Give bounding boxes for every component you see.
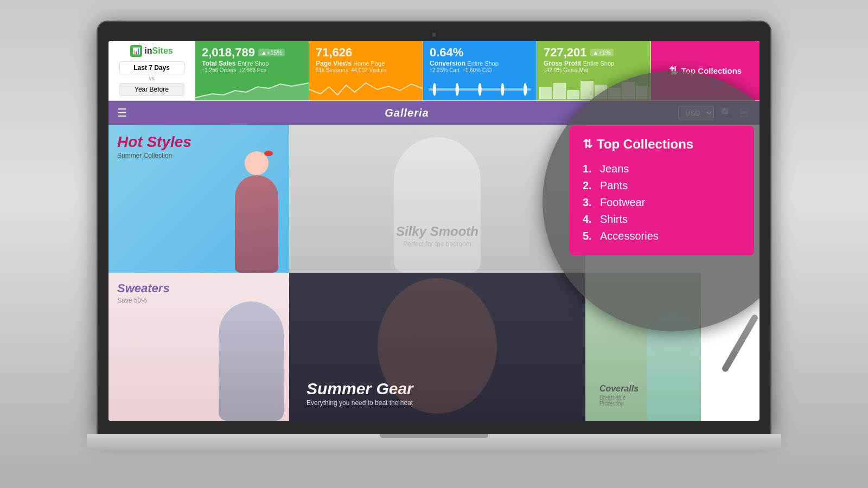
sweaters-subtitle: Save 50% <box>117 297 170 304</box>
vs-text: vs <box>149 76 155 81</box>
gross-profit-sub: ↓42.9% Gross Mar <box>544 67 644 73</box>
svg-point-1 <box>433 83 436 96</box>
page-views-card: 71,626 Page Views Home Page 51k Sessions… <box>309 41 423 100</box>
svg-point-4 <box>501 83 504 96</box>
coveralls-subtitle: BreathableProtection <box>599 395 639 407</box>
coveralls-title: Coveralls <box>599 384 639 394</box>
insites-brand-text: inSites <box>144 46 173 56</box>
total-sales-chart <box>195 79 309 100</box>
year-before-button[interactable]: Year Before <box>119 83 184 96</box>
silky-smooth-banner: Silky Smooth Perfect for the bedroom <box>289 125 585 273</box>
sweaters-text: Sweaters Save 50% <box>108 273 178 313</box>
page-views-sub: 51k Sessions 44,002 Visitors <box>316 67 416 73</box>
gross-profit-value: 727,201 <box>544 46 587 60</box>
laptop-camera <box>432 33 436 37</box>
gross-profit-label: Gross Profit Entire Shop <box>544 60 644 67</box>
list-item: 2. Pants <box>583 177 741 194</box>
top-collections-list: 1. Jeans 2. Pants 3. Footwear 4. <box>583 160 741 245</box>
laptop: 📊 inSites Last 7 Days vs Year Before 2,0… <box>87 22 781 466</box>
insites-brand-icon: 📊 <box>130 45 142 57</box>
hot-styles-text: Hot Styles Summer Collection <box>108 125 200 168</box>
sweaters-banner: Sweaters Save 50% <box>108 273 289 421</box>
hot-styles-title: Hot Styles <box>117 133 192 151</box>
total-sales-label: Total Sales Entire Shop <box>202 60 302 67</box>
total-sales-sub: ↑1,256 Orders ↑2,668 Pcs <box>202 67 302 73</box>
total-sales-badge: ▲+15% <box>258 49 285 56</box>
hot-styles-subtitle: Summer Collection <box>117 152 192 159</box>
page-views-chart <box>309 79 423 100</box>
conversion-chart <box>423 79 537 100</box>
conversion-label: Conversion Entire Shop <box>430 60 530 67</box>
gross-profit-badge: ▲+1% <box>590 49 614 56</box>
laptop-base <box>87 434 781 450</box>
insites-brand: 📊 inSites <box>130 45 173 57</box>
summer-gear-banner: Summer Gear Everything you need to beat … <box>289 273 585 421</box>
laptop-screen: 📊 inSites Last 7 Days vs Year Before 2,0… <box>108 41 760 421</box>
svg-point-2 <box>456 83 459 96</box>
top-collections-popup-title: ⇅ Top Collections <box>583 137 741 152</box>
last-7-days-button[interactable]: Last 7 Days <box>119 61 184 74</box>
insites-logo-section: 📊 inSites Last 7 Days vs Year Before <box>108 41 195 100</box>
conversion-card: 0.64% Conversion Entire Shop ↑2.25% Cart… <box>423 41 537 100</box>
svg-point-3 <box>478 83 481 96</box>
list-item: 3. Footwear <box>583 194 741 211</box>
page-views-label: Page Views Home Page <box>316 60 416 67</box>
list-item: 5. Accessories <box>583 228 741 245</box>
total-sales-value: 2,018,789 <box>202 46 255 60</box>
summer-gear-subtitle: Everything you need to beat the heat <box>307 399 413 407</box>
hamburger-menu-icon[interactable]: ☰ <box>117 106 127 119</box>
total-sales-card: 2,018,789 ▲+15% Total Sales Entire Shop … <box>195 41 309 100</box>
conversion-value: 0.64% <box>430 46 463 59</box>
svg-point-5 <box>524 83 527 96</box>
tc-icon: ⇅ <box>583 137 592 151</box>
list-item: 4. Shirts <box>583 211 741 228</box>
screen-bezel: 📊 inSites Last 7 Days vs Year Before 2,0… <box>98 22 770 434</box>
coveralls-text: Coveralls BreathableProtection <box>591 375 647 415</box>
top-collections-popup: ⇅ Top Collections 1. Jeans 2. Pants <box>570 126 754 255</box>
conversion-sub: ↑2.25% Cart ↑1.60% C/O <box>430 67 530 73</box>
sweaters-title: Sweaters <box>117 281 170 296</box>
hot-styles-banner: Hot Styles Summer Collection <box>108 125 289 273</box>
page-views-value: 71,626 <box>316 46 352 59</box>
list-item: 1. Jeans <box>583 160 741 177</box>
